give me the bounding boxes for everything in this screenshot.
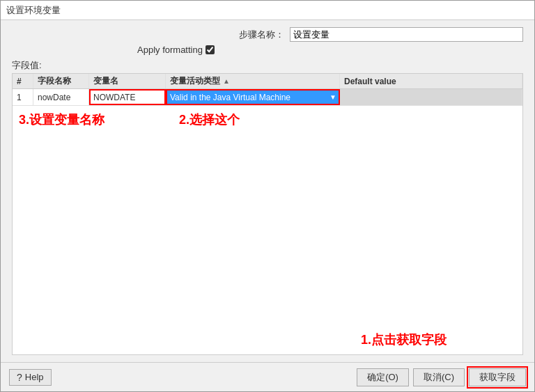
apply-formatting-row: Apply formatting (12, 45, 523, 55)
sort-arrow: ▲ (223, 77, 230, 85)
help-button[interactable]: ? Help (9, 369, 52, 386)
content-area: 步骤名称： Apply formatting 字段值: # 字段名称 (1, 20, 534, 362)
title-bar: 设置环境变量 (1, 1, 534, 20)
window-title: 设置环境变量 (6, 4, 61, 17)
cell-field: nowDate (33, 89, 89, 105)
cell-vartype[interactable]: Valid in the Java Virtual Machine ▼ (166, 89, 340, 105)
main-inner: # 字段名称 变量名 变量活动类型 ▲ Default value (12, 73, 523, 355)
main-window: 设置环境变量 步骤名称： Apply formatting 字段值: # (0, 0, 535, 392)
col-header-vartype: 变量活动类型 ▲ (166, 74, 340, 88)
col-header-num: # (13, 74, 33, 88)
help-circle-icon: ? (17, 372, 22, 383)
dropdown-arrow-icon: ▼ (329, 93, 336, 101)
help-label: Help (25, 372, 44, 382)
step-name-row: 步骤名称： (12, 27, 523, 42)
cell-num: 1 (13, 89, 33, 105)
step-name-input[interactable] (290, 27, 524, 42)
table-body: 1 nowDate NOWDATE Valid in the Java Virt… (13, 89, 522, 354)
apply-formatting-label: Apply formatting (137, 45, 203, 55)
cancel-button[interactable]: 取消(C) (413, 368, 465, 386)
cell-default (340, 89, 522, 105)
table-header: # 字段名称 变量名 变量活动类型 ▲ Default value (13, 74, 522, 89)
apply-formatting-checkbox[interactable] (206, 45, 215, 54)
step-name-label: 步骤名称： (239, 29, 284, 41)
footer-left: ? Help (9, 369, 52, 386)
col-header-field: 字段名称 (33, 74, 89, 88)
table-row[interactable]: 1 nowDate NOWDATE Valid in the Java Virt… (13, 89, 522, 106)
cell-varname[interactable]: NOWDATE (89, 89, 166, 105)
footer-right: 确定(O) 取消(C) 获取字段 (357, 368, 526, 386)
section-label: 字段值: (12, 59, 523, 72)
footer: ? Help 确定(O) 取消(C) 获取字段 (1, 362, 534, 391)
col-header-varname: 变量名 (89, 74, 166, 88)
col-header-default: Default value (340, 74, 522, 88)
table-container: # 字段名称 变量名 变量活动类型 ▲ Default value (12, 73, 523, 355)
confirm-button[interactable]: 确定(O) (357, 368, 409, 386)
getfield-button[interactable]: 获取字段 (469, 368, 526, 386)
